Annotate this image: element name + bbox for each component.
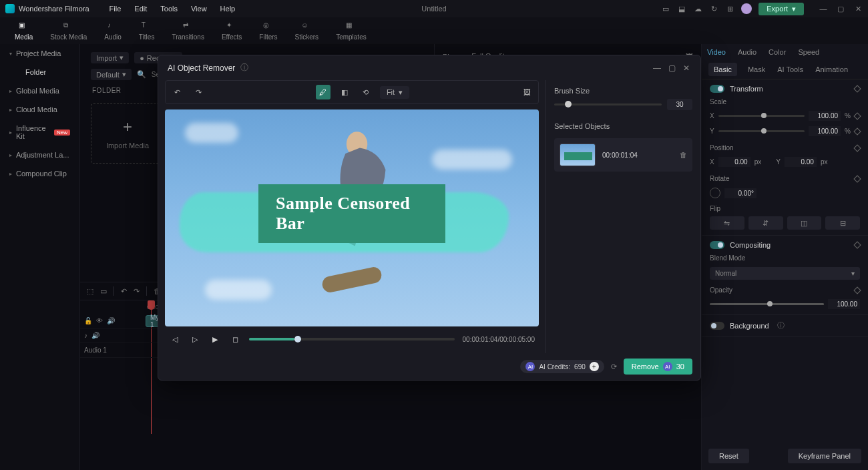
tab-speed[interactable]: Speed xyxy=(798,48,819,56)
stop-icon[interactable]: ◻ xyxy=(229,333,241,345)
scale-x-slider[interactable] xyxy=(718,115,805,117)
redo-icon[interactable]: ↷ xyxy=(191,85,206,99)
subtab-basic[interactable]: Basic xyxy=(708,63,737,76)
undo-icon[interactable]: ↶ xyxy=(170,85,184,99)
add-credits-button[interactable]: + xyxy=(590,362,599,371)
tab-video[interactable]: Video xyxy=(707,48,726,56)
keyframe-icon[interactable] xyxy=(853,85,861,92)
sort-dropdown[interactable]: Default ▾ xyxy=(91,69,132,80)
scale-x-input[interactable] xyxy=(809,111,841,121)
background-toggle[interactable] xyxy=(710,322,724,330)
import-dropdown[interactable]: Import ▾ xyxy=(91,52,129,63)
opacity-slider[interactable] xyxy=(710,303,824,305)
menu-tools[interactable]: Tools xyxy=(154,2,184,15)
close-icon[interactable]: ✕ xyxy=(853,4,863,13)
sidebar-item-project-media[interactable]: ▾Project Media xyxy=(0,44,79,63)
tab-transitions[interactable]: ⇄Transitions xyxy=(164,19,212,43)
sidebar-item-global-media[interactable]: ▸Global Media xyxy=(0,81,79,100)
tab-audio[interactable]: Audio xyxy=(738,48,756,56)
pointer-tool-icon[interactable]: ⬚ xyxy=(87,287,93,296)
tab-color[interactable]: Color xyxy=(769,48,786,56)
keyframe-icon[interactable] xyxy=(853,144,861,152)
info-icon[interactable]: ⓘ xyxy=(240,62,248,73)
menu-file[interactable]: File xyxy=(103,2,128,15)
visibility-icon[interactable]: 👁 xyxy=(96,317,103,324)
lock-icon[interactable]: 🔓 xyxy=(84,317,92,324)
export-button[interactable]: Export▾ xyxy=(758,3,804,15)
remove-button[interactable]: Remove AI 30 xyxy=(624,359,692,375)
fit-dropdown[interactable]: Fit▾ xyxy=(380,86,409,99)
pos-y-input[interactable] xyxy=(785,157,817,167)
info-icon[interactable]: ⓘ xyxy=(777,320,785,330)
history-icon[interactable]: ↻ xyxy=(709,4,718,13)
device-icon[interactable]: ▭ xyxy=(661,4,670,13)
avatar[interactable] xyxy=(741,3,752,14)
flip-h-button[interactable]: ⇋ xyxy=(710,216,744,230)
keyframe-icon[interactable] xyxy=(853,112,861,120)
next-frame-icon[interactable]: ▷ xyxy=(189,333,201,345)
sidebar-item-influence-kit[interactable]: ▸Influence KitNew xyxy=(0,119,79,146)
rotate-input[interactable] xyxy=(724,188,756,198)
preview-canvas[interactable]: Sample Censored Bar xyxy=(165,109,539,326)
eraser-tool-icon[interactable]: ◧ xyxy=(337,85,352,99)
blend-mode-dropdown[interactable]: Normal▾ xyxy=(710,267,860,280)
sidebar-item-cloud-media[interactable]: ▸Cloud Media xyxy=(0,100,79,119)
opacity-input[interactable] xyxy=(828,299,860,309)
refresh-icon[interactable]: ⟳ xyxy=(611,363,617,371)
keyframe-icon[interactable] xyxy=(853,241,861,248)
tab-effects[interactable]: ✦Effects xyxy=(214,19,250,43)
brush-tool-icon[interactable]: 🖊 xyxy=(316,85,331,99)
brush-size-slider[interactable] xyxy=(554,103,662,105)
keyframe-icon[interactable] xyxy=(853,128,861,135)
sidebar-item-folder[interactable]: Folder xyxy=(0,63,79,81)
minimize-icon[interactable]: — xyxy=(652,63,662,73)
maximize-icon[interactable]: ▢ xyxy=(836,4,845,13)
delete-selection-icon[interactable]: 🗑 xyxy=(680,151,687,159)
flip-3-button[interactable]: ◫ xyxy=(787,216,822,230)
undo-icon[interactable]: ↶ xyxy=(121,287,127,296)
transform-toggle[interactable] xyxy=(710,85,724,93)
reset-button[interactable]: Reset xyxy=(708,449,749,463)
reset-tool-icon[interactable]: ⟲ xyxy=(359,85,373,99)
sidebar-item-adjustment[interactable]: ▸Adjustment La... xyxy=(0,146,79,164)
minimize-icon[interactable]: — xyxy=(819,4,828,13)
play-icon[interactable]: ▶ xyxy=(209,333,221,345)
menu-edit[interactable]: Edit xyxy=(128,2,154,15)
mute-icon[interactable]: 🔊 xyxy=(91,332,99,339)
redo-icon[interactable]: ↷ xyxy=(134,287,140,296)
scale-y-slider[interactable] xyxy=(718,130,805,132)
close-icon[interactable]: ✕ xyxy=(682,63,691,73)
keyframe-icon[interactable] xyxy=(853,175,861,182)
prev-frame-icon[interactable]: ◁ xyxy=(169,333,181,345)
tab-media[interactable]: ▣Media xyxy=(7,19,41,43)
mute-icon[interactable]: 🔊 xyxy=(107,317,115,324)
flip-4-button[interactable]: ⊟ xyxy=(825,216,860,230)
progress-bar[interactable] xyxy=(249,338,455,340)
keyframe-icon[interactable] xyxy=(853,286,861,294)
pos-x-input[interactable] xyxy=(718,157,750,167)
import-media-tile[interactable]: + Import Media xyxy=(91,103,164,164)
cloud-icon[interactable]: ☁ xyxy=(693,4,702,13)
sidebar-item-compound[interactable]: ▸Compound Clip xyxy=(0,164,79,183)
select-tool-icon[interactable]: ▭ xyxy=(100,287,107,296)
menu-help[interactable]: Help xyxy=(214,2,242,15)
tab-templates[interactable]: ▦Templates xyxy=(328,19,375,43)
save-icon[interactable]: ⬓ xyxy=(677,4,686,13)
menu-view[interactable]: View xyxy=(184,2,214,15)
flip-v-button[interactable]: ⇵ xyxy=(748,216,783,230)
rotate-dial[interactable] xyxy=(710,188,720,198)
tab-stock-media[interactable]: ⧉Stock Media xyxy=(42,19,95,43)
brush-size-value[interactable]: 30 xyxy=(667,99,692,110)
subtab-aitools[interactable]: AI Tools xyxy=(776,63,805,76)
selected-object-card[interactable]: 00:00:01:04 🗑 xyxy=(554,138,692,172)
tab-audio[interactable]: ♪Audio xyxy=(96,19,130,43)
compositing-toggle[interactable] xyxy=(710,241,724,249)
scale-y-input[interactable] xyxy=(809,126,841,136)
maximize-icon[interactable]: ▢ xyxy=(667,63,676,73)
tab-filters[interactable]: ◎Filters xyxy=(251,19,285,43)
subtab-animation[interactable]: Animation xyxy=(814,63,849,76)
tab-stickers[interactable]: ☺Stickers xyxy=(287,19,327,43)
apps-icon[interactable]: ⊞ xyxy=(725,4,734,13)
keyframe-panel-button[interactable]: Keyframe Panel xyxy=(788,449,861,463)
compare-icon[interactable]: 🖼 xyxy=(519,85,534,99)
